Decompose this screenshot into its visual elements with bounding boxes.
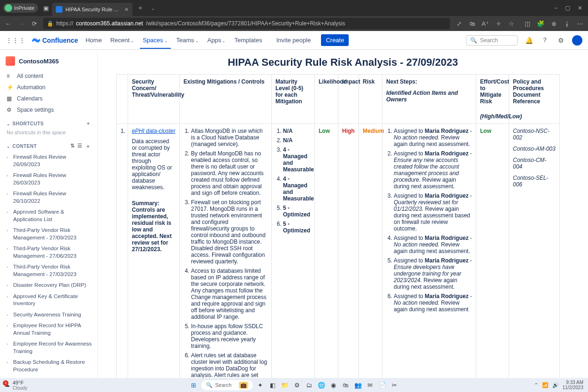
create-button[interactable]: Create xyxy=(321,34,349,46)
nav-teams[interactable]: Teams⌄ xyxy=(176,32,200,48)
chevron-right-icon[interactable]: › xyxy=(7,154,11,160)
add-page-icon[interactable]: ＋ xyxy=(85,143,91,150)
close-tab-icon[interactable]: ✕ xyxy=(124,7,129,13)
chevron-right-icon[interactable]: › xyxy=(7,341,11,347)
chevron-right-icon[interactable]: › xyxy=(7,209,11,215)
tree-item[interactable]: ›Employee Record for HIPPA Annual Traini… xyxy=(2,320,95,338)
collections-icon[interactable]: ⊕ xyxy=(550,20,558,27)
tree-item[interactable]: ›Firewall Rules Review 26/10/2022 xyxy=(2,188,95,207)
minimize-icon[interactable]: − xyxy=(554,5,557,11)
close-window-icon[interactable]: ✕ xyxy=(578,5,582,11)
tree-settings-icon[interactable]: ☰ xyxy=(77,143,83,150)
chevron-right-icon[interactable]: › xyxy=(7,191,11,197)
task-view-icon[interactable]: ◧ xyxy=(268,380,277,390)
nav-spaces[interactable]: Spaces⌄ xyxy=(142,32,168,48)
nav-recent[interactable]: Recent⌄ xyxy=(109,32,135,48)
chevron-right-icon[interactable]: › xyxy=(7,264,11,270)
file-explorer-icon[interactable]: 🗂 xyxy=(305,380,314,390)
tree-item[interactable]: ›Approved Key & Certificate Inventory xyxy=(2,291,95,309)
tab-overflow-icon[interactable]: ⌄ xyxy=(148,6,158,11)
app-switcher-icon[interactable]: ⋮⋮⋮ xyxy=(6,37,25,44)
chevron-right-icon[interactable]: › xyxy=(7,228,11,233)
next-step-item: Assigned to Maria Rodriguez - No action … xyxy=(394,235,472,254)
store-icon[interactable]: 🛍 xyxy=(341,380,351,390)
chevron-down-icon: ⌄ xyxy=(222,38,226,43)
chevron-right-icon[interactable]: › xyxy=(7,312,11,318)
nav-home[interactable]: Home xyxy=(84,32,103,48)
sidebar-automation[interactable]: ⚡Automation xyxy=(2,82,95,93)
start-icon[interactable]: ⊞ xyxy=(189,380,199,390)
search-input[interactable]: 🔍 Search xyxy=(466,35,518,46)
nav-templates[interactable]: Templates xyxy=(233,32,263,48)
wifi-icon[interactable]: 📶 xyxy=(542,382,549,388)
refresh-icon[interactable]: ⟳ xyxy=(30,20,38,27)
snip-icon[interactable]: ✂ xyxy=(390,380,399,390)
tracking-icon[interactable]: ✧ xyxy=(494,20,503,27)
chevron-right-icon[interactable]: › xyxy=(7,323,11,329)
copilot-icon[interactable]: ✦ xyxy=(256,380,265,390)
chevron-right-icon[interactable]: › xyxy=(7,360,11,365)
tree-item[interactable]: ›Disaster Recovery Plan (DRP) xyxy=(2,280,95,291)
confluence-logo[interactable]: Confluence xyxy=(32,36,78,45)
shopping-icon[interactable]: 🛍 xyxy=(468,20,476,27)
help-icon[interactable]: ？ xyxy=(540,36,550,45)
word-icon[interactable]: 📄 xyxy=(378,380,387,390)
site-info-icon[interactable]: 🔒 xyxy=(47,21,53,27)
chevron-right-icon[interactable]: › xyxy=(7,294,11,300)
user-avatar[interactable] xyxy=(572,35,582,46)
browser-tab[interactable]: HIPAA Security Rule Analys ✕ xyxy=(52,3,132,16)
filter-icon[interactable]: ⇅ xyxy=(70,143,75,150)
tray-chevron-icon[interactable]: ⌃ xyxy=(534,382,538,388)
tree-item[interactable]: ›Backup Scheduling & Restore Procedure xyxy=(2,357,95,375)
space-header[interactable]: ContosoM365 xyxy=(2,54,95,70)
tree-item[interactable]: ›Firewall Rules Review 26/03/2023 xyxy=(2,170,95,188)
edge-icon[interactable]: 🌐 xyxy=(317,380,326,390)
tree-item[interactable]: ›Third-Party Vendor Risk Management - 27… xyxy=(2,261,95,280)
outlook-icon[interactable]: ✉ xyxy=(366,380,375,390)
split-icon[interactable]: ◫ xyxy=(523,20,532,27)
settings-icon[interactable]: ⚙ xyxy=(556,37,565,44)
toolbar-right: ⤢ 🛍 A⁺ ✧ ☆ ◫ 🧩 ⊕ ⭳ ⋯ xyxy=(455,20,584,27)
forward-icon[interactable]: → xyxy=(17,20,25,27)
tree-item[interactable]: ›Employee Record for Awareness Training xyxy=(2,338,95,357)
tree-item[interactable]: ›Firewall Rules Review 26/09/2023 xyxy=(2,152,95,170)
sidebar-space-settings[interactable]: ⚙Space settings xyxy=(2,104,95,115)
browser-address-bar: ← → ⟳ 🔒 https://contosom365.atlassian.ne… xyxy=(0,16,588,31)
sidebar-all-content[interactable]: ≡All content xyxy=(2,70,95,82)
add-shortcut-icon[interactable]: ＋ xyxy=(86,120,91,127)
nav-apps[interactable]: Apps⌄ xyxy=(206,32,227,48)
favorite-icon[interactable]: ☆ xyxy=(507,20,516,27)
section-content[interactable]: ⌄CONTENT ⇅ ☰ ＋ xyxy=(2,138,95,152)
tree-item[interactable]: ›Third-Party Vendor Risk Management - 27… xyxy=(2,243,95,261)
invite-people-button[interactable]: Invite people xyxy=(273,35,315,46)
chevron-right-icon[interactable]: › xyxy=(7,173,11,178)
concern-link[interactable]: ePHI data-cluster xyxy=(132,128,176,134)
volume-icon[interactable]: 🔊 xyxy=(552,382,559,388)
chrome-icon[interactable]: ◉ xyxy=(329,380,338,390)
zoom-icon[interactable]: ⤢ xyxy=(455,20,463,27)
tree-item[interactable]: ›Security Awareness Training xyxy=(2,309,95,321)
section-shortcuts[interactable]: ⌄SHORTCUTS ＋ xyxy=(2,115,95,129)
notifications-icon[interactable]: 🔔 xyxy=(524,37,534,44)
taskbar-weather[interactable]: ☁1 49°F Cloudy xyxy=(5,380,27,391)
taskbar-clock[interactable]: 9:33 AM 11/2/2023 xyxy=(563,380,584,390)
address-field[interactable]: 🔒 https://contosom365.atlassian.net/wiki… xyxy=(43,18,450,29)
taskbar-search[interactable]: 🔍 Search 💼 xyxy=(201,380,253,390)
downloads-icon[interactable]: ⭳ xyxy=(563,20,571,27)
tree-item[interactable]: ›Approved Software & Applications List xyxy=(2,207,95,225)
tab-title: HIPAA Security Rule Analys xyxy=(65,7,122,12)
settings-icon[interactable]: ⚙ xyxy=(292,380,302,390)
chevron-right-icon[interactable]: › xyxy=(7,283,11,288)
read-aloud-icon[interactable]: A⁺ xyxy=(481,20,489,27)
extensions-icon[interactable]: 🧩 xyxy=(536,20,545,27)
chevron-right-icon[interactable]: › xyxy=(7,246,11,252)
tab-actions-icon[interactable]: ▣ xyxy=(42,5,50,12)
tree-item[interactable]: ›Third-Party Vendor Risk Management - 27… xyxy=(2,225,95,243)
explorer-icon[interactable]: 📁 xyxy=(280,380,290,390)
maximize-icon[interactable]: ▢ xyxy=(565,5,570,11)
sidebar-calendars[interactable]: ▦Calendars xyxy=(2,93,95,104)
teams-icon[interactable]: 👥 xyxy=(353,380,363,390)
new-tab-button[interactable]: ＋ xyxy=(134,4,146,12)
back-icon[interactable]: ← xyxy=(4,20,12,27)
more-icon[interactable]: ⋯ xyxy=(576,20,584,27)
